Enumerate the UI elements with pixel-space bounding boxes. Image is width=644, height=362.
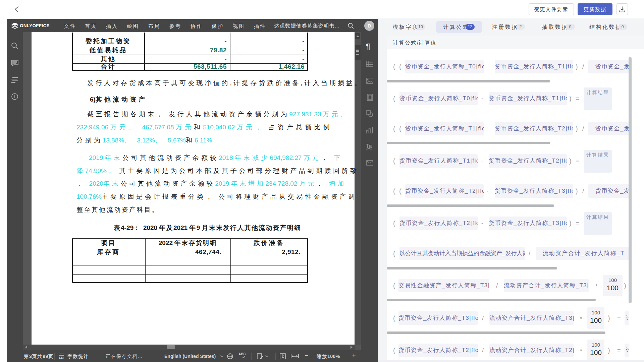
svg-text:123: 123 (59, 356, 64, 359)
